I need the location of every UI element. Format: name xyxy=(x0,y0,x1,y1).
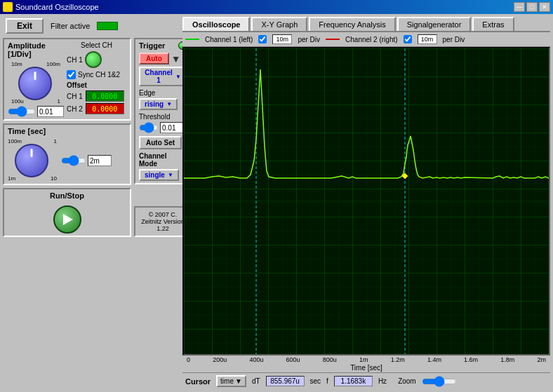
amp-time-col: Amplitude [1/Div] 10m 100m 100u 1 0.01 xyxy=(3,38,131,237)
filter-indicator xyxy=(97,22,118,30)
ch2-line-indicator xyxy=(326,39,340,40)
f-label: f xyxy=(326,377,328,385)
scope-grid-svg xyxy=(184,48,549,354)
time-box: Time [sec] 100m 1 1m 10 2m xyxy=(3,123,131,185)
tab-xy-graph[interactable]: X-Y Graph xyxy=(251,17,307,31)
trigger-title: Trigger xyxy=(139,41,165,50)
close-button[interactable]: ✕ xyxy=(539,2,550,12)
app-icon xyxy=(3,2,13,12)
left-panel: Exit Filter active Amplitude [1/Div] 10m… xyxy=(0,14,182,392)
left-top-section: Amplitude [1/Div] 10m 100m 100u 1 0.01 xyxy=(3,38,180,237)
filter-active-label: Filter active xyxy=(51,22,90,30)
channel-mode-value: single xyxy=(145,171,165,179)
ch1-indicator xyxy=(85,51,102,68)
threshold-scroll[interactable] xyxy=(139,123,159,132)
channel-select-dropdown[interactable]: Channel 1 ▼ xyxy=(139,67,187,86)
dt-label: dT xyxy=(252,377,260,385)
amplitude-value[interactable]: 0.01 xyxy=(37,106,64,117)
main-container: Exit Filter active Amplitude [1/Div] 10m… xyxy=(0,14,553,392)
exit-button[interactable]: Exit xyxy=(6,18,44,34)
sync-checkbox[interactable]: Sync CH 1&2 xyxy=(67,70,126,79)
tab-oscilloscope[interactable]: Oscilloscope xyxy=(182,17,250,31)
window-controls: — □ ✕ xyxy=(514,2,550,12)
ch2-visible-check[interactable] xyxy=(404,35,412,43)
channel-bar: Channel 1 (left) 10m per Div Channel 2 (… xyxy=(182,32,550,47)
time-value[interactable]: 2m xyxy=(88,155,112,166)
amplitude-box: Amplitude [1/Div] 10m 100m 100u 1 0.01 xyxy=(3,38,131,121)
minimize-button[interactable]: — xyxy=(514,2,525,12)
dt-unit: sec xyxy=(310,377,321,385)
x-label-10: 2m xyxy=(537,356,546,363)
offset-label: Offset xyxy=(67,81,126,89)
tab-bar: Oscilloscope X-Y Graph Frequency Analysi… xyxy=(182,17,550,32)
tab-extras[interactable]: Extras xyxy=(472,17,514,31)
auto-set-button[interactable]: Auto Set xyxy=(139,136,182,149)
auto-button[interactable]: Auto xyxy=(139,53,169,65)
x-label-4: 800u xyxy=(323,356,337,363)
x-label-3: 600u xyxy=(286,356,300,363)
tab-frequency-analysis[interactable]: Frequency Analysis xyxy=(309,17,395,31)
cursor-type-down-icon: ▼ xyxy=(235,377,242,385)
x-label-6: 1.2m xyxy=(391,356,405,363)
tab-signalgenerator[interactable]: Signalgenerator xyxy=(397,17,472,31)
ch1-per-div-label: per Div xyxy=(298,36,320,43)
channel-mode-label: Channel Mode xyxy=(139,152,187,168)
right-panel: Oscilloscope X-Y Graph Frequency Analysi… xyxy=(182,14,553,392)
channel-mode-down-icon: ▼ xyxy=(168,172,173,178)
time-scroll[interactable] xyxy=(61,156,86,165)
amp-label-top-right: 100m xyxy=(46,61,60,67)
f-value: 1.1683k xyxy=(334,376,373,386)
x-axis-labels: 0 200u 400u 600u 800u 1m 1.2m 1.4m 1.6m … xyxy=(182,356,550,364)
run-stop-button[interactable] xyxy=(53,205,81,234)
time-label-top-left: 100m xyxy=(8,138,22,144)
amplitude-scroll[interactable] xyxy=(8,107,36,116)
copyright-label: © 2007 C. Zeitnitz Version 1.22 xyxy=(139,210,187,234)
ch2-per-div-input[interactable]: 10m xyxy=(418,34,437,44)
sync-label: Sync CH 1&2 xyxy=(78,71,120,79)
channel-mode-dropdown[interactable]: single ▼ xyxy=(139,169,179,181)
x-axis-title: Time [sec] xyxy=(182,364,550,372)
ch1-offset-input[interactable]: 0.0000 xyxy=(86,90,124,102)
x-label-2: 400u xyxy=(249,356,263,363)
cursor-type-dropdown[interactable]: time ▼ xyxy=(216,375,246,387)
run-stop-title: Run/Stop xyxy=(50,191,84,200)
ch2-offset-row: CH 2 0.0000 xyxy=(67,103,126,114)
ch1-per-div-input[interactable]: 10m xyxy=(272,34,292,44)
ch1-channel-label: Channel 1 (left) xyxy=(205,36,253,43)
ch1-label: CH 1 xyxy=(67,56,83,64)
ch2-per-div-label: per Div xyxy=(443,36,465,43)
amp-label-bottom-right: 1 xyxy=(58,98,60,104)
edge-label: Edge xyxy=(139,89,187,97)
time-title: Time [sec] xyxy=(8,127,126,135)
x-label-7: 1.4m xyxy=(427,356,441,363)
time-knob[interactable] xyxy=(15,144,48,177)
channel-down-icon: ▼ xyxy=(175,74,181,80)
edge-value: rising xyxy=(145,100,164,108)
dt-value: 855.967u xyxy=(266,376,305,386)
time-label-bottom-right: 10 xyxy=(51,175,57,182)
amplitude-knob[interactable] xyxy=(18,67,52,100)
zoom-slider[interactable] xyxy=(422,377,457,386)
ch2-offset-input[interactable]: 0.0000 xyxy=(86,103,124,114)
status-bar: Cursor time ▼ dT 855.967u sec f 1.1683k … xyxy=(182,372,550,389)
edge-dropdown[interactable]: rising ▼ xyxy=(139,98,178,110)
run-stop-box: Run/Stop xyxy=(3,188,131,237)
amp-label-top-left: 10m xyxy=(11,61,22,67)
app-title: Soundcard Oszilloscope xyxy=(15,3,99,11)
amp-label-bottom-left: 100u xyxy=(11,98,24,104)
select-ch-label: Select CH xyxy=(67,41,126,49)
ch1-line-indicator xyxy=(185,39,199,40)
f-unit: Hz xyxy=(378,377,387,385)
cursor-label: Cursor xyxy=(185,377,211,386)
offset-section: Offset CH 1 0.0000 CH 2 0.0000 xyxy=(67,81,126,114)
edge-down-icon: ▼ xyxy=(166,101,172,107)
amplitude-title: Amplitude [1/Div] xyxy=(8,41,64,58)
time-label-bottom-left: 1m xyxy=(8,175,15,182)
x-label-1: 200u xyxy=(213,356,227,363)
maximize-button[interactable]: □ xyxy=(526,2,538,12)
x-label-0: 0 xyxy=(187,356,190,363)
ch1-visible-check[interactable] xyxy=(258,35,267,43)
channel-select-label: Channel 1 xyxy=(145,69,173,84)
trigger-down-arrow: ▼ xyxy=(171,53,181,65)
sync-check[interactable] xyxy=(67,70,76,79)
